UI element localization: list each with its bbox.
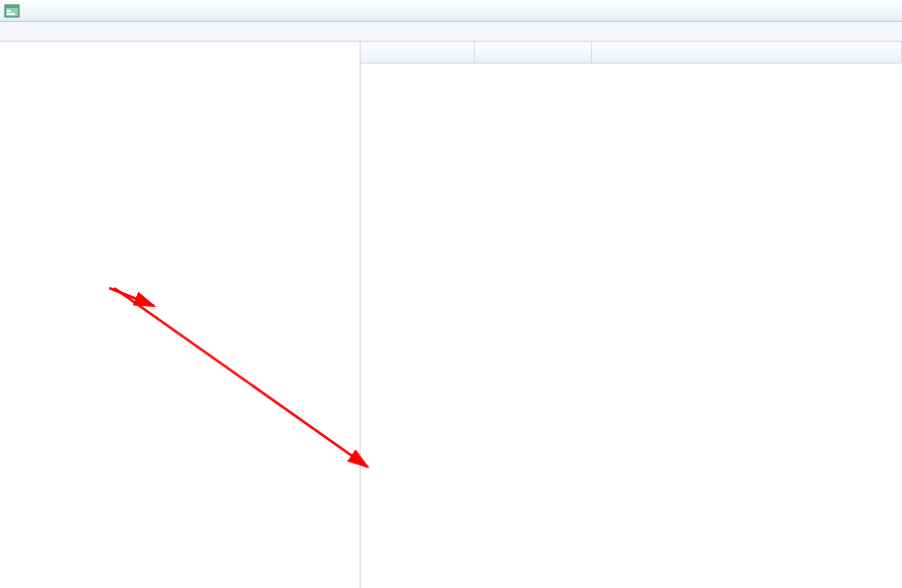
menu-edit[interactable]: [14, 30, 26, 34]
main-split: [0, 42, 902, 588]
menu-favorites[interactable]: [38, 30, 50, 34]
svg-rect-2: [7, 10, 11, 12]
regedit-icon: [4, 3, 20, 19]
list-header: [361, 42, 902, 64]
menu-file[interactable]: [2, 30, 14, 34]
svg-rect-1: [5, 5, 19, 8]
col-type[interactable]: [475, 42, 592, 63]
svg-rect-3: [7, 13, 15, 15]
col-name[interactable]: [361, 42, 475, 63]
titlebar: [0, 0, 902, 22]
col-data[interactable]: [592, 42, 902, 63]
menu-view[interactable]: [26, 30, 38, 34]
tree-pane[interactable]: [0, 42, 361, 588]
menubar: [0, 22, 902, 42]
list-pane[interactable]: [361, 42, 902, 588]
menu-help[interactable]: [50, 30, 62, 34]
